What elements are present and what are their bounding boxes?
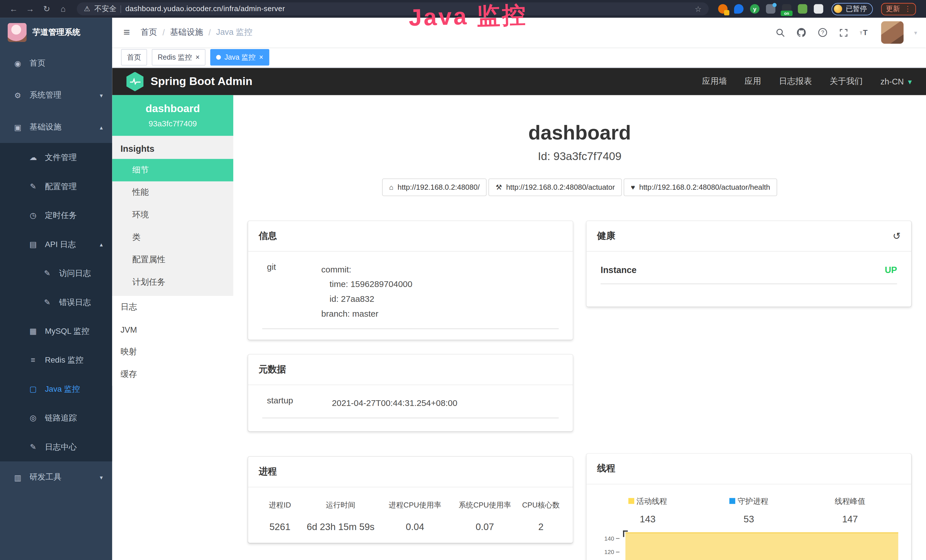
sba-item-details[interactable]: 细节 bbox=[112, 159, 233, 182]
sidebar-item-infra[interactable]: ▣ 基础设施 ▴ bbox=[0, 111, 112, 143]
user-caret-icon[interactable]: ▾ bbox=[914, 29, 917, 36]
history-icon[interactable]: ↺ bbox=[893, 230, 900, 242]
close-icon[interactable]: × bbox=[195, 54, 200, 61]
info-key: git bbox=[262, 262, 321, 321]
sba-item-scheduled-tasks[interactable]: 计划任务 bbox=[112, 271, 233, 294]
process-syscpu: 0.07 bbox=[450, 522, 520, 532]
actuator-url-button[interactable]: ⚒ http://192.168.0.2:48080/actuator bbox=[489, 178, 622, 196]
hamburger-icon[interactable]: ≡ bbox=[121, 26, 133, 39]
extension-y-icon[interactable]: y bbox=[750, 4, 760, 14]
legend-label: 守护进程 bbox=[737, 497, 768, 506]
breadcrumb-separator: / bbox=[209, 28, 211, 37]
browser-reload-icon[interactable]: ↻ bbox=[39, 4, 54, 14]
sidebar-item-redis[interactable]: ≡ Redis 监控 bbox=[0, 345, 112, 374]
content-column: ≡ 首页 / 基础设施 / Java 监控 ? bbox=[112, 18, 926, 560]
security-label[interactable]: 不安全 bbox=[94, 4, 117, 14]
sba-item-jvm[interactable]: JVM bbox=[112, 318, 233, 341]
breadcrumb-home[interactable]: 首页 bbox=[141, 27, 157, 38]
tab-home[interactable]: 首页 bbox=[121, 49, 147, 66]
help-icon[interactable]: ? bbox=[817, 27, 828, 38]
health-instance-row[interactable]: Instance UP bbox=[601, 265, 897, 284]
sidebar-item-api-log[interactable]: ▤ API 日志 ▴ bbox=[0, 230, 112, 259]
sidebar-item-log-center[interactable]: ✎ 日志中心 bbox=[0, 433, 112, 461]
address-bar[interactable]: ⚠ 不安全 dashboard.yudao.iocoder.cn/infra/a… bbox=[77, 2, 709, 15]
extension-pin-icon[interactable] bbox=[734, 4, 743, 14]
edit-doc-icon: ✎ bbox=[42, 269, 52, 278]
extension-green-icon[interactable] bbox=[798, 4, 807, 14]
close-icon[interactable]: × bbox=[259, 54, 263, 61]
sba-item-label: JVM bbox=[120, 325, 137, 334]
app-logo bbox=[8, 23, 27, 42]
service-url: http://192.168.0.2:48080/ bbox=[398, 183, 480, 191]
sba-nav-wallboard[interactable]: 应用墙 bbox=[702, 76, 727, 87]
url-text[interactable]: dashboard.yudao.iocoder.cn/infra/admin-s… bbox=[126, 5, 285, 13]
extension-icon[interactable] bbox=[718, 4, 728, 14]
metadata-card-title: 元数据 bbox=[248, 354, 573, 385]
extension-on-icon[interactable]: on bbox=[782, 4, 791, 14]
threads-card: 线程 活动线程 守护进程 bbox=[586, 454, 911, 560]
sidebar-item-java-monitor[interactable]: ▢ Java 监控 bbox=[0, 375, 112, 403]
sidebar-item-tracing[interactable]: ◎ 链路追踪 bbox=[0, 403, 112, 432]
search-icon[interactable] bbox=[775, 27, 785, 37]
browser-forward-icon[interactable]: → bbox=[23, 4, 38, 14]
sidebar-item-file[interactable]: ☁ 文件管理 bbox=[0, 143, 112, 172]
sba-item-mappings[interactable]: 映射 bbox=[112, 341, 233, 363]
sba-item-caches[interactable]: 缓存 bbox=[112, 363, 233, 386]
tab-label: Java 监控 bbox=[224, 52, 256, 62]
wrench-icon: ⚒ bbox=[496, 183, 502, 191]
browser-menu-icon[interactable]: ⋮ bbox=[904, 5, 911, 13]
font-size-icon[interactable]: TT bbox=[859, 27, 870, 38]
browser-back-icon[interactable]: ← bbox=[6, 4, 21, 14]
sidebar-item-system[interactable]: ⚙ 系统管理 ▾ bbox=[0, 79, 112, 111]
breadcrumb-separator: / bbox=[163, 28, 165, 37]
sba-item-logs[interactable]: 日志 bbox=[112, 296, 233, 318]
sidebar-item-label: 首页 bbox=[30, 58, 45, 68]
breadcrumb-infra[interactable]: 基础设施 bbox=[170, 27, 203, 38]
sidebar-item-devtools[interactable]: ▥ 研发工具 ▾ bbox=[0, 461, 112, 493]
language-selector[interactable]: zh-CN ▾ bbox=[881, 77, 912, 86]
sidebar-item-job[interactable]: ◷ 定时任务 bbox=[0, 201, 112, 230]
paused-label: 已暂停 bbox=[846, 4, 867, 14]
sba-nav-journal[interactable]: 日志报表 bbox=[779, 76, 812, 87]
sba-nav-about[interactable]: 关于我们 bbox=[830, 76, 863, 87]
process-cores: 2 bbox=[520, 522, 562, 532]
process-header-cores: CPU核心数 bbox=[520, 500, 562, 510]
bookmark-star-icon[interactable]: ☆ bbox=[695, 5, 702, 14]
browser-update-button[interactable]: 更新 ⋮ bbox=[881, 3, 916, 15]
instance-header[interactable]: dashboard 93a3fc7f7409 bbox=[112, 95, 233, 136]
sba-brand[interactable]: Spring Boot Admin bbox=[126, 72, 253, 91]
user-avatar[interactable] bbox=[881, 21, 904, 44]
tab-java-monitor[interactable]: Java 监控 × bbox=[210, 49, 269, 66]
profile-paused-chip[interactable]: 已暂停 bbox=[832, 3, 873, 15]
sidebar-item-access-log[interactable]: ✎ 访问日志 bbox=[0, 259, 112, 288]
breadcrumb-current: Java 监控 bbox=[216, 27, 253, 38]
sidebar-item-error-log[interactable]: ✎ 错误日志 bbox=[0, 288, 112, 316]
sidebar-item-config[interactable]: ✎ 配置管理 bbox=[0, 172, 112, 201]
app-logo-row[interactable]: 芋道管理系统 bbox=[0, 18, 112, 47]
threads-card-title: 线程 bbox=[586, 454, 911, 484]
cards-grid: 信息 git commit: time: 1596289704000 id: 2… bbox=[248, 221, 911, 560]
sba-item-environment[interactable]: 环境 bbox=[112, 204, 233, 226]
sidebar-item-mysql[interactable]: ▦ MySQL 监控 bbox=[0, 317, 112, 345]
github-icon[interactable] bbox=[796, 27, 806, 38]
process-value-row: 5261 6d 23h 15m 59s 0.04 0.07 2 bbox=[259, 513, 562, 532]
tab-redis-monitor[interactable]: Redis 监控 × bbox=[152, 49, 206, 66]
sba-item-label: 计划任务 bbox=[132, 277, 165, 288]
process-header-pid: 进程ID bbox=[259, 500, 301, 510]
service-url-button[interactable]: ⌂ http://192.168.0.2:48080/ bbox=[382, 178, 487, 196]
page-title: dashboard bbox=[248, 121, 911, 144]
browser-home-icon[interactable]: ⌂ bbox=[56, 4, 71, 14]
fullscreen-icon[interactable] bbox=[838, 27, 849, 37]
sba-nav-applications[interactable]: 应用 bbox=[744, 76, 761, 87]
sba-item-classes[interactable]: 类 bbox=[112, 226, 233, 249]
sba-item-config-props[interactable]: 配置属性 bbox=[112, 249, 233, 271]
git-time-line: time: 1596289704000 bbox=[321, 277, 559, 292]
extension-grid-icon[interactable] bbox=[766, 4, 775, 14]
sidebar-item-label: 定时任务 bbox=[45, 210, 77, 221]
extension-puzzle-icon[interactable] bbox=[814, 4, 823, 14]
sidebar-item-label: 基础设施 bbox=[30, 122, 62, 132]
sidebar-item-home[interactable]: ◉ 首页 bbox=[0, 47, 112, 79]
sidebar-item-label: Redis 监控 bbox=[45, 355, 83, 365]
health-url-button[interactable]: ♥ http://192.168.0.2:48080/actuator/heal… bbox=[624, 178, 777, 196]
sba-item-metrics[interactable]: 性能 bbox=[112, 182, 233, 204]
